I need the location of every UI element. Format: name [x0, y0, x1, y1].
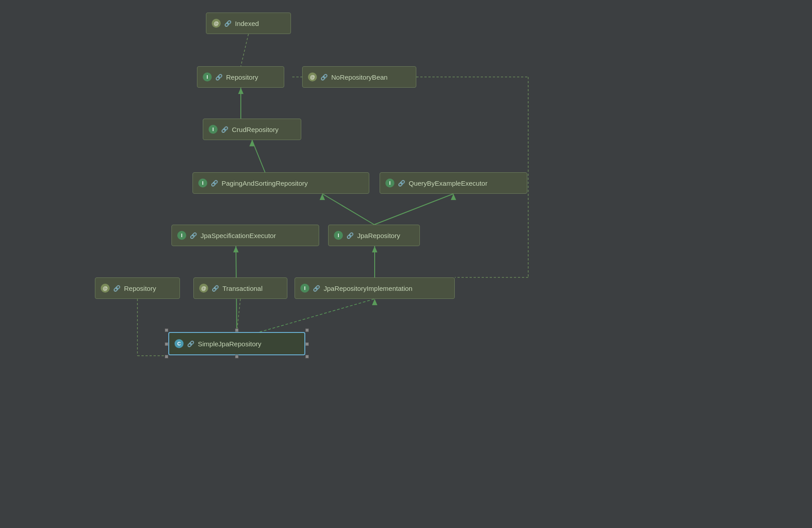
svg-marker-18 — [372, 299, 377, 305]
label-indexed: Indexed — [235, 20, 259, 27]
badge-querybyexampleexecutor: I — [385, 179, 394, 187]
handle-mr[interactable] — [305, 342, 309, 346]
svg-line-7 — [252, 140, 265, 172]
svg-marker-12 — [451, 194, 456, 200]
node-crudrepository[interactable]: I 🔗 CrudRepository — [203, 119, 301, 140]
icon-transactional: 🔗 — [212, 285, 219, 292]
icon-indexed: 🔗 — [224, 20, 231, 27]
label-querybyexampleexecutor: QueryByExampleExecutor — [409, 179, 487, 187]
node-jparepository[interactable]: I 🔗 JpaRepository — [328, 225, 420, 246]
handle-bm[interactable] — [235, 355, 239, 358]
icon-pagingandsortingrepository: 🔗 — [211, 180, 218, 187]
handle-tr[interactable] — [305, 328, 309, 332]
badge-jparepositoryimplementation: I — [300, 284, 309, 293]
node-simplejparepository[interactable]: C 🔗 SimpleJpaRepository — [168, 332, 305, 355]
label-simplejparepository: SimpleJpaRepository — [198, 340, 261, 348]
icon-norepositorybean: 🔗 — [321, 74, 328, 81]
handle-br[interactable] — [305, 355, 309, 358]
badge-jparepository: I — [334, 231, 343, 240]
svg-line-21 — [237, 299, 240, 332]
node-querybyexampleexecutor[interactable]: I 🔗 QueryByExampleExecutor — [380, 172, 527, 194]
svg-marker-8 — [249, 140, 255, 146]
icon-jparepositoryimplementation: 🔗 — [313, 285, 320, 292]
svg-line-9 — [322, 194, 374, 225]
svg-line-11 — [374, 194, 453, 225]
badge-jpaspecificationexecutor: I — [177, 231, 186, 240]
node-jparepositoryimplementation[interactable]: I 🔗 JpaRepositoryImplementation — [295, 277, 455, 299]
handle-tl[interactable] — [165, 328, 168, 332]
badge-norepositorybean: @ — [308, 72, 317, 81]
label-repository: Repository — [226, 73, 258, 81]
node-norepositorbean[interactable]: @ 🔗 NoRepositoryBean — [302, 66, 416, 88]
svg-marker-10 — [320, 194, 325, 200]
label-crudrepository: CrudRepository — [232, 126, 278, 133]
node-indexed[interactable]: @ 🔗 Indexed — [206, 13, 291, 34]
label-jpaspecificationexecutor: JpaSpecificationExecutor — [201, 232, 276, 239]
handle-ml[interactable] — [165, 342, 168, 346]
badge-repository-annotation: @ — [101, 284, 110, 293]
svg-marker-2 — [238, 88, 244, 94]
handle-tm[interactable] — [235, 328, 239, 332]
label-pagingandsortingrepository: PagingAndSortingRepository — [222, 179, 308, 187]
label-norepositorybean: NoRepositoryBean — [331, 73, 388, 81]
label-jparepositoryimplementation: JpaRepositoryImplementation — [324, 285, 412, 292]
node-jpaspecificationexecutor[interactable]: I 🔗 JpaSpecificationExecutor — [171, 225, 319, 246]
icon-simplejparepository: 🔗 — [187, 341, 194, 347]
svg-marker-16 — [372, 246, 377, 252]
node-repository[interactable]: I 🔗 Repository — [197, 66, 284, 88]
label-transactional: Transactional — [222, 285, 263, 292]
icon-jpaspecificationexecutor: 🔗 — [190, 232, 197, 239]
handle-bl[interactable] — [165, 355, 168, 358]
svg-line-17 — [260, 299, 375, 332]
node-repository-annotation[interactable]: @ 🔗 Repository — [95, 277, 180, 299]
icon-repository-annotation: 🔗 — [113, 285, 120, 292]
icon-querybyexampleexecutor: 🔗 — [398, 180, 405, 187]
diagram-canvas: @ 🔗 Indexed I 🔗 Repository @ 🔗 NoReposit… — [0, 0, 812, 528]
svg-line-0 — [241, 34, 248, 66]
badge-simplejparepository: C — [175, 339, 184, 348]
icon-jparepository: 🔗 — [346, 232, 354, 239]
svg-marker-14 — [233, 246, 239, 252]
badge-pagingandsortingrepository: I — [198, 179, 207, 187]
node-pagingandsortingrepository[interactable]: I 🔗 PagingAndSortingRepository — [192, 172, 369, 194]
label-jparepository: JpaRepository — [357, 232, 400, 239]
node-transactional[interactable]: @ 🔗 Transactional — [193, 277, 287, 299]
badge-indexed: @ — [212, 19, 221, 28]
badge-crudrepository: I — [209, 125, 218, 134]
badge-transactional: @ — [199, 284, 208, 293]
label-repository-annotation: Repository — [124, 285, 156, 292]
badge-repository: I — [203, 72, 212, 81]
icon-crudrepository: 🔗 — [221, 126, 228, 133]
icon-repository: 🔗 — [215, 74, 222, 81]
